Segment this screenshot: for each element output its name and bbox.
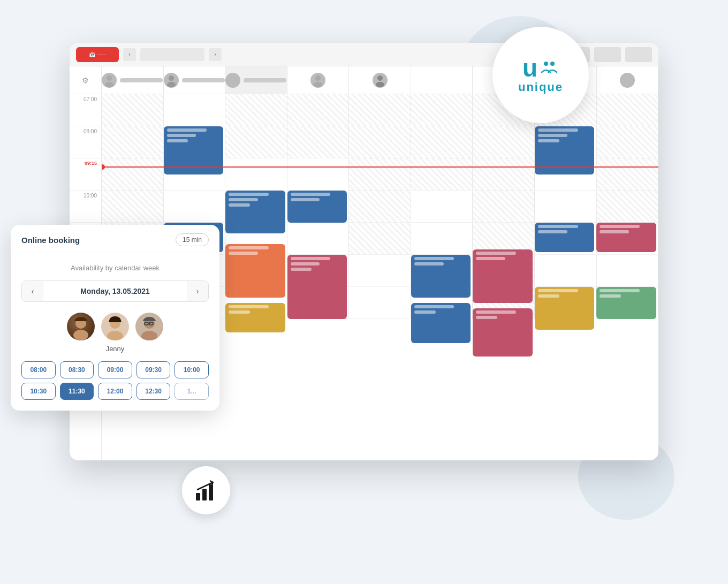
person-avatars [21,313,209,340]
cell-3-6 [411,158,473,190]
date-prev-btn[interactable]: ‹ [22,281,43,301]
cell-3-4 [287,158,350,190]
selected-person-name: Jenny [21,345,209,353]
event-line [538,128,578,132]
avatar-9 [620,73,635,88]
event-line [476,316,497,319]
timeslot-0800[interactable]: 08:00 [21,361,56,378]
svg-point-1 [105,82,113,87]
cell-7-5 [349,287,411,318]
cell-1-4 [287,94,350,126]
event-col4-2[interactable] [287,255,347,319]
cell-2-5 [349,126,411,158]
timeslot-1230[interactable]: 12:30 [136,383,171,400]
event-col6-1[interactable] [411,255,471,298]
event-line [229,310,250,314]
booking-panel-header: Online booking 15 min [11,225,219,253]
col-header-1 [102,66,164,94]
timeslot-1130[interactable]: 11:30 [60,383,94,400]
timeslot-more[interactable]: 1... [175,383,209,400]
event-line [167,128,207,132]
timeslot-0830[interactable]: 08:30 [60,361,94,378]
timeslot-1000[interactable]: 10:00 [175,361,209,378]
chart-icon-circle[interactable] [182,466,230,514]
current-time-indicator [102,166,658,168]
cell-6-5 [349,255,411,286]
svg-point-17 [550,62,555,66]
booking-avatar-3[interactable] [135,313,163,340]
event-line [229,252,258,255]
logo-u: u [522,56,537,80]
svg-point-19 [73,330,88,340]
event-line [229,203,250,207]
booking-avatar-1[interactable] [67,313,95,340]
settings-icon[interactable]: ⚙ [82,76,89,85]
cell-2-6 [411,126,473,158]
booking-panel: Online booking 15 min Availability by ca… [11,225,219,411]
event-line [538,289,578,292]
date-next-btn[interactable]: › [187,281,208,301]
avatar-name-1 [120,78,163,82]
event-col3-1[interactable] [225,191,285,233]
event-line [600,230,629,233]
event-col3-2[interactable] [225,244,285,298]
col-header-6 [411,66,473,94]
svg-point-6 [315,75,321,81]
event-col8-2[interactable] [535,223,595,252]
cell-5-4 [287,223,350,254]
booking-avatar-2[interactable] [101,313,129,340]
booking-panel-title: Online booking [21,236,80,245]
timeslot-1030[interactable]: 10:30 [21,383,56,400]
nav-next-btn[interactable]: › [209,48,222,61]
event-col6-2[interactable] [411,303,471,343]
booking-panel-body: Availability by calendar week ‹ Monday, … [11,253,219,411]
event-line [229,305,269,308]
event-line [167,139,188,142]
cell-4-8 [535,191,597,222]
col-header-2 [164,66,226,94]
timeslot-0900[interactable]: 09:00 [98,361,132,378]
timeslot-0930[interactable]: 09:30 [136,361,171,378]
header-gutter: ⚙ [70,66,102,94]
event-col7-2[interactable] [473,308,533,357]
avatar-4 [310,73,325,88]
cell-1-1 [102,94,164,126]
event-line [291,262,320,266]
svg-point-7 [314,82,322,87]
avatar-1 [102,73,117,88]
event-col8-3[interactable] [535,287,595,330]
cell-1-6 [411,94,473,126]
event-line [414,262,444,266]
nav-prev-btn[interactable]: ‹ [123,48,136,61]
availability-label: Availability by calendar week [21,264,209,272]
time-slots-grid: 08:00 08:30 09:00 09:30 10:00 10:30 11:3… [21,361,209,400]
cell-2-3 [225,126,287,158]
timeslot-1200[interactable]: 12:00 [98,383,132,400]
svg-point-4 [230,75,236,81]
cell-6-8 [535,255,597,286]
event-col3-3[interactable] [225,303,285,332]
event-line [291,268,312,271]
event-line [414,257,454,260]
event-col9-1[interactable] [596,223,656,252]
event-col7-1[interactable] [473,249,533,303]
svg-point-2 [169,75,174,81]
event-line [229,193,269,196]
calendar-nav-red[interactable]: 📅 —— [76,47,119,62]
cell-3-5 [349,158,411,190]
unique-logo: u unique [492,27,589,123]
event-line [291,193,331,196]
date-field[interactable] [140,48,204,61]
event-col4-1[interactable] [287,191,347,223]
event-line [538,134,567,137]
avatar-3 [225,73,240,88]
cell-1-2 [164,94,226,126]
event-line [538,225,578,228]
date-navigator[interactable]: ‹ Monday, 13.05.2021 › [21,280,209,302]
time-1000: 10:00 [70,191,101,223]
event-line [600,294,621,298]
svg-point-21 [107,331,123,340]
col-header-3 [225,66,287,94]
event-col9-2[interactable] [596,287,656,319]
logo-letter-group: u [522,56,559,80]
